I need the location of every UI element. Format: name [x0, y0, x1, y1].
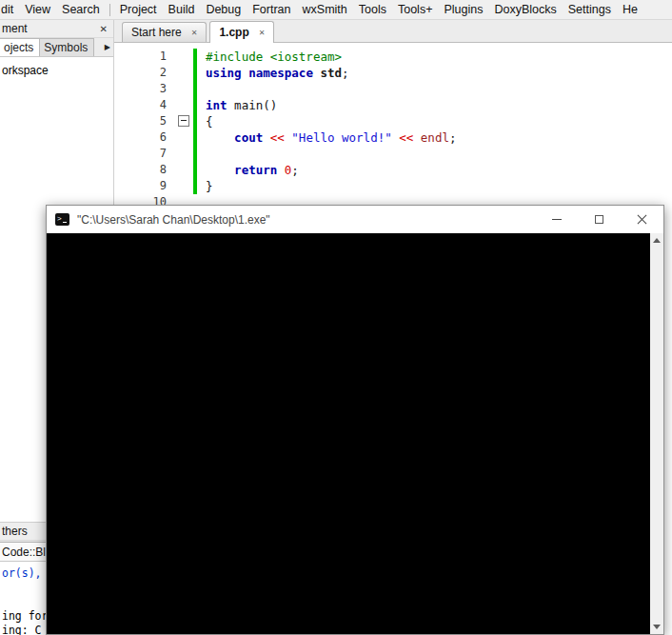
fold-margin	[176, 129, 193, 146]
close-icon[interactable]: ✕	[100, 24, 108, 34]
code-line: 3	[114, 81, 672, 97]
menu-item-search[interactable]: Search	[56, 1, 106, 18]
menu-item-build[interactable]: Build	[163, 1, 201, 18]
menu-item-he[interactable]: He	[617, 1, 643, 18]
tab-close-icon[interactable]: ✕	[191, 29, 198, 37]
menu-item-doxyblocks[interactable]: DoxyBlocks	[488, 1, 562, 18]
scroll-down-icon[interactable]	[653, 625, 661, 629]
code-line: 8 return 0;	[114, 162, 672, 178]
logs-caption-label: thers	[2, 525, 28, 538]
tab-close-icon[interactable]: ✕	[259, 29, 266, 37]
console-app-icon[interactable]	[55, 213, 69, 226]
console-scrollbar[interactable]	[650, 233, 663, 634]
menu-item-fortran[interactable]: Fortran	[247, 1, 296, 18]
menu-item-tools[interactable]: Tools	[353, 1, 392, 18]
minimize-icon	[552, 219, 562, 220]
logs-tab-codeblocks[interactable]: Code::Bl	[0, 542, 52, 561]
close-icon	[637, 214, 647, 225]
line-number[interactable]: 7	[114, 146, 176, 162]
menu-item-tools[interactable]: Tools+	[392, 1, 438, 18]
line-number[interactable]: 3	[114, 81, 176, 97]
line-number[interactable]: 5	[114, 113, 176, 129]
menu-item-settings[interactable]: Settings	[563, 1, 617, 18]
code-token: "Hello world!"	[291, 130, 391, 145]
console-title: "C:\Users\Sarah Chan\Desktop\1.exe"	[77, 213, 270, 227]
code-text: using namespace std;	[197, 65, 349, 81]
menu-item-project[interactable]: Project	[114, 1, 163, 18]
fold-margin	[176, 49, 193, 65]
code-text: return 0;	[197, 162, 299, 178]
editor-tabbar: Start here✕1.cpp✕	[114, 20, 672, 43]
code-line: 7	[114, 146, 672, 162]
close-button[interactable]	[621, 206, 663, 233]
code-line: 1#include <iostream>	[114, 49, 672, 65]
code-line: 4int main()	[114, 97, 672, 113]
code-text: #include <iostream>	[197, 49, 342, 65]
menu-item-wxsmith[interactable]: wxSmith	[297, 1, 353, 18]
line-number[interactable]: 4	[114, 97, 176, 113]
fold-margin	[176, 81, 193, 97]
menu-item-debug[interactable]: Debug	[200, 1, 247, 18]
code-token: int	[206, 98, 227, 112]
menubar: ditViewSearchProjectBuildDebugFortranwxS…	[0, 0, 672, 20]
code-token: return	[234, 163, 277, 177]
workspace-tree-item[interactable]: orkspace	[2, 64, 113, 78]
editor-tab-1-cpp[interactable]: 1.cpp✕	[209, 21, 274, 43]
line-number[interactable]: 6	[114, 129, 176, 146]
fold-margin	[176, 162, 193, 178]
menu-item-plugins[interactable]: Plugins	[438, 1, 488, 18]
code-lines[interactable]: 1#include <iostream>2using namespace std…	[114, 43, 672, 210]
code-text	[197, 81, 206, 97]
code-token: endl	[421, 130, 449, 145]
management-tab-symbols[interactable]: Symbols	[39, 38, 94, 56]
management-title: ment	[2, 22, 28, 35]
fold-margin	[176, 178, 193, 194]
menu-item-view[interactable]: View	[19, 1, 56, 18]
maximize-icon	[595, 215, 603, 224]
code-token: ;	[291, 163, 299, 177]
line-number[interactable]: 1	[114, 49, 176, 65]
minimize-button[interactable]	[535, 206, 578, 233]
code-token: main()	[227, 98, 278, 112]
code-text: int main()	[197, 97, 277, 113]
management-tabbar: ▶ ojectsSymbols	[0, 38, 113, 57]
fold-margin	[176, 146, 193, 162]
code-token: <<	[399, 130, 413, 145]
management-tab-ojects[interactable]: ojects	[0, 38, 40, 56]
console-output[interactable]	[47, 233, 663, 634]
code-token	[413, 130, 421, 145]
code-line: 2using namespace std;	[114, 65, 672, 81]
management-header: ment ✕	[0, 20, 113, 38]
menu-item-dit[interactable]: dit	[0, 1, 19, 18]
console-titlebar[interactable]: "C:\Users\Sarah Chan\Desktop\1.exe"	[47, 206, 663, 233]
fold-marker-icon[interactable]	[178, 115, 189, 127]
editor-tab-label: 1.cpp	[219, 26, 248, 39]
menu-separator	[109, 4, 110, 16]
code-token	[263, 130, 270, 145]
line-number[interactable]: 8	[114, 162, 176, 178]
line-number[interactable]: 2	[114, 65, 176, 81]
code-line: 9}	[114, 178, 672, 194]
code-line: 5{	[114, 113, 672, 129]
code-line: 6 cout << "Hello world!" << endl;	[114, 129, 672, 146]
code-text	[197, 146, 206, 162]
code-token: }	[206, 179, 213, 193]
editor-tab-start-here[interactable]: Start here✕	[122, 22, 207, 42]
tab-scroll-right-icon[interactable]: ▶	[105, 43, 110, 51]
code-token: {	[206, 114, 213, 129]
code-text: }	[197, 178, 213, 194]
line-number[interactable]: 9	[114, 178, 176, 194]
console-window: "C:\Users\Sarah Chan\Desktop\1.exe"	[46, 205, 664, 635]
code-token: <<	[270, 130, 285, 145]
code-text: cout << "Hello world!" << endl;	[197, 129, 456, 146]
code-text: {	[197, 113, 213, 129]
code-token: std	[320, 66, 342, 80]
scroll-up-icon[interactable]	[653, 238, 661, 243]
code-token	[206, 130, 234, 145]
maximize-button[interactable]	[578, 206, 621, 233]
fold-margin	[176, 65, 193, 81]
code-token: ;	[342, 66, 349, 80]
code-token: ;	[449, 130, 457, 145]
fold-margin	[176, 97, 193, 113]
code-token: #include <iostream>	[206, 50, 342, 64]
